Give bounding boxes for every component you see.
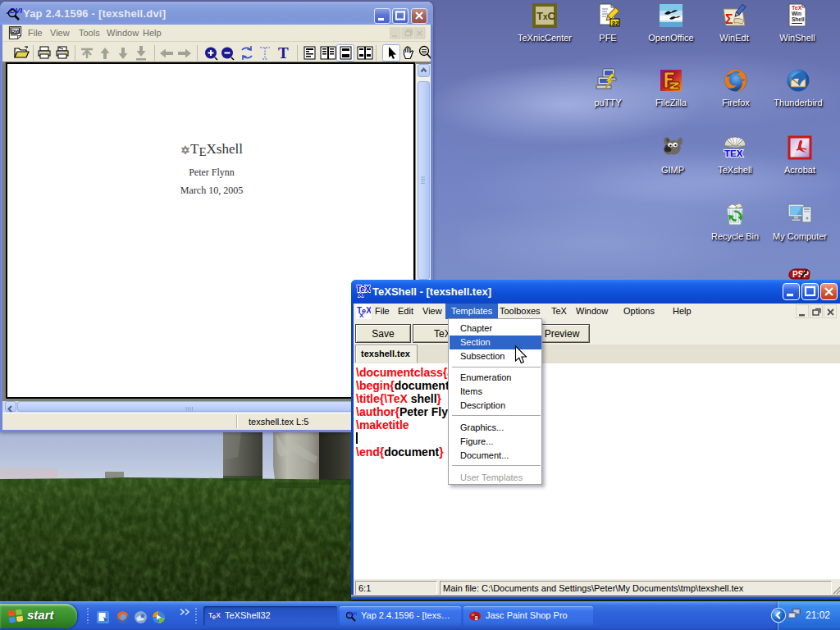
svg-text:Σ: Σ — [725, 12, 733, 26]
svg-text:X: X — [358, 291, 363, 299]
svg-text:TeX: TeX — [208, 611, 221, 621]
svg-text:Shell: Shell — [792, 16, 805, 22]
svg-text:DVI: DVI — [11, 29, 19, 34]
svg-text:X: X — [359, 312, 364, 319]
svg-text:DVI: DVI — [349, 611, 357, 616]
svg-text:T: T — [278, 44, 289, 62]
svg-text:Win: Win — [792, 11, 801, 16]
svg-text:TeX: TeX — [792, 5, 802, 11]
svg-text:8: 8 — [475, 615, 478, 621]
svg-text:TxC: TxC — [536, 10, 556, 22]
svg-text:32: 32 — [612, 20, 619, 27]
svg-text:TEX: TEX — [724, 148, 743, 158]
